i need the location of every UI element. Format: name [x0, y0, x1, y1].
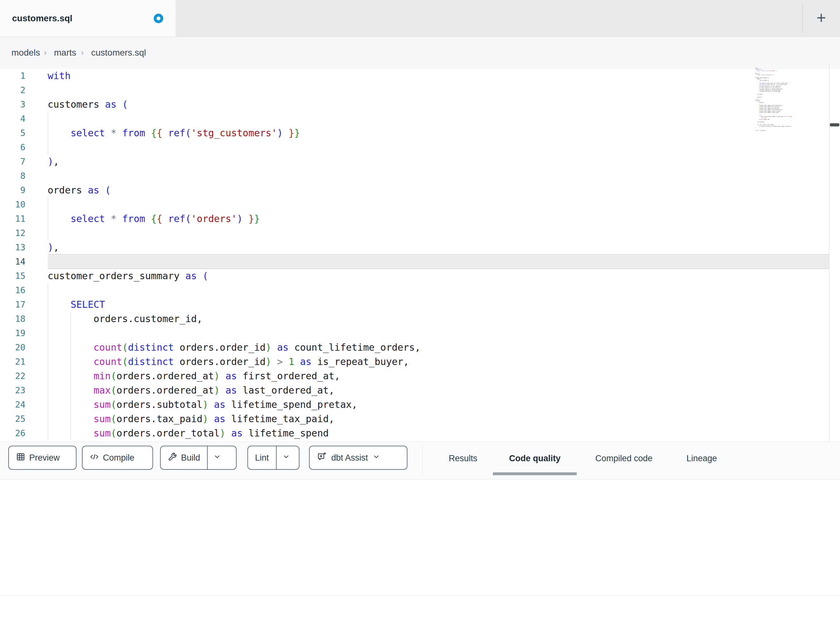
line-number: 19: [0, 326, 25, 340]
lint-button[interactable]: Lint: [248, 446, 276, 469]
code-line[interactable]: 4: [0, 111, 840, 126]
toolbar-row: Preview Compile Build: [0, 441, 840, 480]
code-lines: 1with23customers as (45 select * from {{…: [0, 69, 840, 440]
build-dropdown-button[interactable]: [207, 446, 227, 469]
code-text: sum(orders.order_total) as lifetime_spen…: [47, 426, 329, 440]
compile-label: Compile: [103, 453, 134, 463]
line-number: 9: [0, 183, 25, 197]
line-number: 26: [0, 426, 25, 440]
build-button[interactable]: Build: [161, 446, 207, 469]
tab-results[interactable]: Results: [437, 442, 488, 475]
code-line[interactable]: 10: [0, 197, 840, 212]
code-line[interactable]: 1with: [0, 69, 840, 83]
code-line[interactable]: 18 orders.customer_id,: [0, 312, 840, 326]
code-line[interactable]: 9orders as (: [0, 183, 840, 197]
code-line[interactable]: 21 count(distinct orders.order_id) > 1 a…: [0, 354, 840, 369]
line-number: 20: [0, 340, 25, 354]
line-number: 15: [0, 269, 25, 283]
code-text: orders as (: [47, 183, 111, 197]
chevron-down-icon: [282, 453, 290, 463]
indent-guide: [71, 326, 71, 340]
tab-customers-sql[interactable]: customers.sql: [0, 0, 176, 36]
tab-code-quality[interactable]: Code quality: [497, 442, 573, 475]
code-line[interactable]: 7),: [0, 154, 840, 169]
line-number: 17: [0, 297, 25, 312]
minimap-line: select * from joined: [755, 130, 802, 131]
code-quality-panel: There is nothing here Press the Lint or …: [0, 480, 840, 596]
code-line[interactable]: 26 sum(orders.order_total) as lifetime_s…: [0, 426, 840, 440]
minimap[interactable]: withcustomers as ( select * from {{ ref(…: [755, 67, 804, 150]
code-text: orders.customer_id,: [47, 312, 203, 326]
line-number: 22: [0, 369, 25, 383]
indent-guide: [47, 197, 48, 212]
line-number: 11: [0, 212, 25, 226]
code-line[interactable]: 2: [0, 83, 840, 97]
code-text: select * from {{ ref('orders') }}: [47, 212, 260, 226]
code-editor[interactable]: 1with23customers as (45 select * from {{…: [0, 69, 840, 441]
code-line[interactable]: 23 max(orders.ordered_at) as last_ordere…: [0, 383, 840, 397]
lint-label: Lint: [255, 453, 269, 463]
line-number: 24: [0, 397, 25, 412]
lint-dropdown-button[interactable]: [276, 446, 296, 469]
line-number: 8: [0, 169, 25, 183]
indent-guide: [47, 283, 48, 297]
preview-button[interactable]: Preview: [8, 446, 77, 470]
chevron-down-icon: [213, 453, 221, 463]
line-number: 10: [0, 197, 25, 212]
code-line[interactable]: 24 sum(orders.subtotal) as lifetime_spen…: [0, 397, 840, 412]
compile-button[interactable]: Compile: [82, 446, 153, 470]
code-line[interactable]: 5 select * from {{ ref('stg_customers') …: [0, 126, 840, 140]
code-line[interactable]: 8: [0, 169, 840, 183]
chevron-down-icon: [373, 453, 380, 463]
line-number: 14: [0, 255, 25, 269]
breadcrumb-current-file: customers.sql: [91, 37, 146, 68]
active-tab-underline: [493, 472, 577, 475]
breadcrumb-separator-icon: ›: [44, 37, 47, 68]
code-text: customers as (: [47, 97, 128, 111]
assist-chat-sparkle-icon: [317, 452, 327, 464]
line-number: 16: [0, 283, 25, 297]
line-number: 3: [0, 97, 25, 111]
code-line[interactable]: 12: [0, 226, 840, 240]
line-number: 18: [0, 312, 25, 326]
breadcrumb-separator-icon: ›: [81, 37, 84, 68]
tab-bar: customers.sql +: [0, 0, 840, 37]
breadcrumb-marts[interactable]: marts: [54, 37, 76, 68]
indent-guide: [47, 111, 48, 126]
tab-lineage[interactable]: Lineage: [677, 442, 726, 475]
editor-scrollbar-thumb[interactable]: [830, 123, 839, 127]
dbt-assist-button[interactable]: dbt Assist: [309, 446, 407, 470]
code-line[interactable]: 22 min(orders.ordered_at) as first_order…: [0, 369, 840, 383]
status-bar: Defer to staging/production Ready: [0, 596, 840, 628]
wrench-icon: [168, 452, 177, 464]
editor-right-divider: [829, 63, 829, 441]
minimap-content: withcustomers as ( select * from {{ ref(…: [755, 67, 802, 131]
preview-grid-icon: [16, 452, 25, 464]
code-line[interactable]: 3customers as (: [0, 97, 840, 111]
indent-guide: [47, 140, 48, 154]
code-line[interactable]: 15customer_orders_summary as (: [0, 269, 840, 283]
preview-label: Preview: [29, 453, 60, 463]
code-line[interactable]: 11 select * from {{ ref('orders') }}: [0, 212, 840, 226]
code-line[interactable]: 20 count(distinct orders.order_id) as co…: [0, 340, 840, 354]
code-line[interactable]: 25 sum(orders.tax_paid) as lifetime_tax_…: [0, 412, 840, 426]
code-line[interactable]: 6: [0, 140, 840, 154]
code-text: with: [47, 69, 71, 83]
lint-split-button: Lint: [247, 446, 300, 470]
line-number: 6: [0, 140, 25, 154]
breadcrumb-models[interactable]: models: [11, 37, 40, 68]
active-code-line[interactable]: 14: [0, 255, 840, 269]
code-line[interactable]: 17 SELECT: [0, 297, 840, 312]
code-text: sum(orders.subtotal) as lifetime_spend_p…: [47, 397, 357, 412]
code-line[interactable]: 13),: [0, 240, 840, 255]
new-tab-button[interactable]: +: [809, 7, 833, 30]
code-line[interactable]: 19: [0, 326, 840, 340]
tab-compiled-code[interactable]: Compiled code: [582, 442, 666, 475]
code-line[interactable]: 16: [0, 283, 840, 297]
toolbar-tabs-divider: [422, 445, 423, 477]
line-number: 13: [0, 240, 25, 255]
build-split-button: Build: [160, 446, 237, 470]
line-number: 23: [0, 383, 25, 397]
code-text: customer_orders_summary as (: [47, 269, 208, 283]
code-text: select * from {{ ref('stg_customers') }}: [47, 126, 300, 140]
